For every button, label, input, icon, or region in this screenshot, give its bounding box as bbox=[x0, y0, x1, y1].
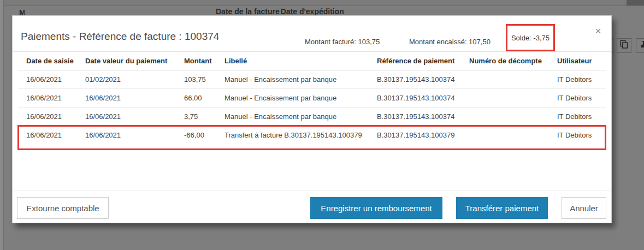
background-stamp-button[interactable] bbox=[636, 38, 644, 53]
table-row-highlighted[interactable]: 16/06/2021 16/06/2021 -66,00 Transfert à… bbox=[18, 126, 606, 145]
cell-reference: B.30137.195143.100374 bbox=[377, 108, 469, 126]
payments-dialog: Paiements - Référence de facture : 10037… bbox=[12, 15, 612, 223]
footer-divider bbox=[13, 190, 611, 191]
cell-montant: -66,00 bbox=[184, 126, 224, 145]
table-row[interactable]: 16/06/2021 16/06/2021 66,00 Manuel - Enc… bbox=[18, 89, 606, 108]
cell-date-valeur: 01/02/2021 bbox=[85, 70, 184, 89]
col-utilisateur[interactable]: Utilisateur bbox=[557, 52, 606, 70]
cell-utilisateur: IT Debitors bbox=[557, 89, 606, 108]
cell-numero-decompte bbox=[469, 126, 557, 145]
bg-header-date-expedition: Date d'expédition bbox=[281, 7, 344, 15]
dialog-title: Paiements - Référence de facture : 10037… bbox=[21, 31, 219, 43]
cell-date-saisie: 16/06/2021 bbox=[18, 126, 85, 145]
register-refund-button[interactable]: Enregistrer un remboursement bbox=[310, 197, 442, 219]
col-reference[interactable]: Référence de paiement bbox=[377, 52, 469, 70]
col-montant[interactable]: Montant bbox=[184, 52, 224, 70]
amount-received: Montant encaissé: 107,50 bbox=[409, 38, 491, 46]
background-column-headers: Date de la factureDate d'expédition bbox=[216, 7, 345, 15]
extourne-comptable-button[interactable]: Extourne comptable bbox=[17, 197, 109, 219]
cell-reference: B.30137.195143.100374 bbox=[377, 70, 469, 89]
cell-utilisateur: IT Debitors bbox=[557, 70, 606, 89]
cell-montant: 3,75 bbox=[184, 108, 224, 126]
stamp-icon bbox=[639, 40, 644, 51]
payments-table: Date de saisie Date valeur du paiement M… bbox=[18, 52, 606, 144]
background-topright-element bbox=[627, 0, 644, 5]
cell-utilisateur: IT Debitors bbox=[557, 126, 606, 145]
table-row[interactable]: 16/06/2021 01/02/2021 103,75 Manuel - En… bbox=[18, 70, 606, 89]
cell-montant: 66,00 bbox=[184, 89, 224, 108]
cell-numero-decompte bbox=[469, 108, 557, 126]
highlight-box-balance: Solde: -3,75 bbox=[506, 24, 555, 51]
cell-reference: B.30137.195143.100374 bbox=[377, 89, 469, 108]
cell-libelle: Transfert à facture B.30137.195143.10037… bbox=[224, 126, 377, 145]
col-libelle[interactable]: Libellé bbox=[224, 52, 377, 70]
background-left-edge bbox=[0, 0, 4, 250]
cell-numero-decompte bbox=[469, 70, 557, 89]
cell-libelle: Manuel - Encaissement par banque bbox=[224, 89, 377, 108]
close-icon[interactable]: × bbox=[590, 23, 606, 39]
cell-utilisateur: IT Debitors bbox=[557, 108, 606, 126]
background-copy-button[interactable] bbox=[617, 38, 631, 53]
background-top-bar bbox=[4, 0, 644, 6]
amount-invoiced: Montant facturé: 103,75 bbox=[305, 38, 380, 46]
cell-date-saisie: 16/06/2021 bbox=[18, 89, 85, 108]
transfer-payment-button[interactable]: Transférer paiement bbox=[456, 197, 548, 219]
cancel-button[interactable]: Annuler bbox=[562, 197, 606, 219]
copy-icon bbox=[619, 40, 629, 51]
screen: M Date de la factureDate d'expédition Pa… bbox=[0, 0, 644, 250]
cell-date-saisie: 16/06/2021 bbox=[18, 108, 85, 126]
cell-date-valeur: 16/06/2021 bbox=[85, 108, 184, 126]
col-date-valeur[interactable]: Date valeur du paiement bbox=[85, 52, 184, 70]
balance-value: Solde: -3,75 bbox=[511, 34, 550, 42]
cell-date-saisie: 16/06/2021 bbox=[18, 70, 85, 89]
cell-date-valeur: 16/06/2021 bbox=[85, 89, 184, 108]
bg-text-fragment: M bbox=[19, 8, 25, 15]
table-row[interactable]: 16/06/2021 16/06/2021 3,75 Manuel - Enca… bbox=[18, 108, 606, 126]
cell-montant: 103,75 bbox=[184, 70, 224, 89]
cell-reference: B.30137.195143.100379 bbox=[377, 126, 469, 145]
table-header-row: Date de saisie Date valeur du paiement M… bbox=[18, 52, 606, 70]
cell-date-valeur: 16/06/2021 bbox=[85, 126, 184, 145]
bg-header-date-facture: Date de la facture bbox=[216, 7, 280, 15]
col-date-saisie[interactable]: Date de saisie bbox=[18, 52, 85, 70]
col-numero-decompte[interactable]: Numéro de décompte bbox=[469, 52, 557, 70]
cell-numero-decompte bbox=[469, 89, 557, 108]
cell-libelle: Manuel - Encaissement par banque bbox=[224, 108, 377, 126]
cell-libelle: Manuel - Encaissement par banque bbox=[224, 70, 377, 89]
